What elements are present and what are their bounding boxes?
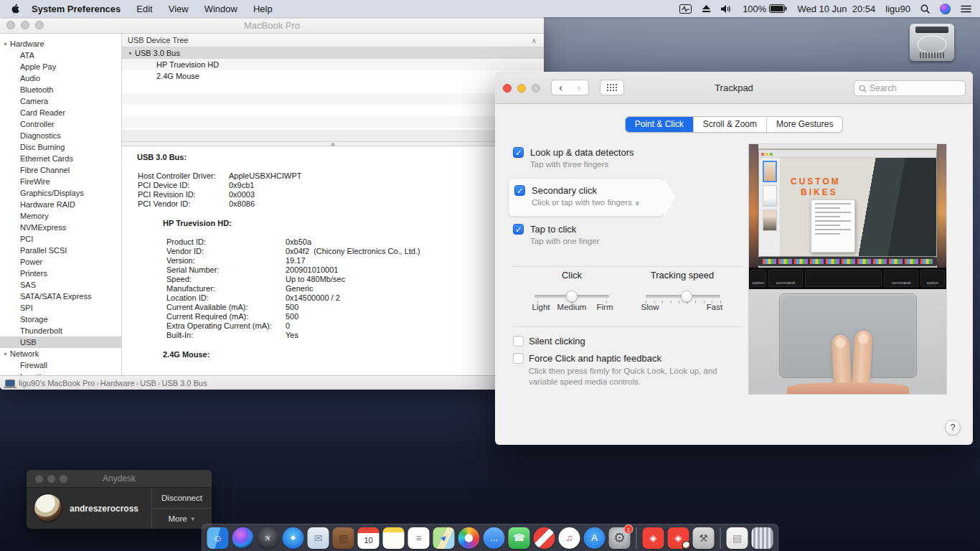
sidebar-item-storage[interactable]: Storage [0, 314, 121, 325]
trackpad-toolbar[interactable]: ‹ › Trackpad [495, 72, 973, 104]
slider-thumb[interactable] [566, 291, 578, 302]
sidebar-item-usb[interactable]: USB [0, 336, 121, 348]
dock-icon-news[interactable] [534, 527, 555, 549]
gesture-option-tap-to-click[interactable]: Tap to clickTap with one finger [513, 224, 600, 247]
dock-icon-system-preferences[interactable]: ⚙1 [609, 527, 631, 549]
gesture-subtitle[interactable]: Click or tap with two fingers∨ [532, 197, 640, 209]
pane-splitter[interactable] [122, 141, 544, 146]
back-button[interactable]: ‹ [551, 80, 570, 95]
disconnect-button[interactable]: Disconnect [152, 488, 212, 508]
sidebar-item-graphics-displays[interactable]: Graphics/Displays [0, 187, 121, 199]
breadcrumb-part[interactable]: Hardware [100, 379, 135, 387]
sidebar-item-controller[interactable]: Controller [0, 118, 121, 130]
dock-icon-maps[interactable]: ▶ [433, 527, 455, 549]
sidebar-item-audio[interactable]: Audio [0, 72, 121, 84]
zoom-button[interactable] [532, 84, 540, 93]
dock-icon-calendar[interactable]: 10 [358, 527, 380, 549]
gesture-option-look-up-data-detectors[interactable]: Look up & data detectorsTap with three f… [513, 147, 634, 170]
volume-icon[interactable] [721, 4, 732, 14]
desktop-hard-disk-icon[interactable] [910, 24, 954, 61]
breadcrumb-part[interactable]: ligu90’s MacBook Pro [19, 379, 95, 387]
tree-row-hp-truevision-hd[interactable]: HP Truevision HD [122, 59, 544, 70]
sidebar-item-nvmexpress[interactable]: NVMExpress [0, 222, 121, 233]
dock-icon-safari[interactable]: ◆ [283, 527, 304, 549]
battery-indicator[interactable]: 100% [743, 4, 787, 14]
sidebar-item-power[interactable]: Power [0, 256, 121, 268]
spotlight-icon[interactable] [920, 4, 930, 14]
dock-icon-messages[interactable]: … [484, 527, 505, 549]
activity-monitor-icon[interactable] [679, 4, 692, 14]
sidebar-item-thunderbolt[interactable]: Thunderbolt [0, 325, 121, 336]
search-field[interactable] [854, 80, 966, 96]
sidebar-item-pci[interactable]: PCI [0, 233, 121, 245]
sidebar-item-sas[interactable]: SAS [0, 279, 121, 291]
menubar-user[interactable]: ligu90 [885, 4, 910, 14]
dock-icon-anydesk[interactable]: ◈ [643, 527, 664, 549]
gesture-option-secondary-click[interactable]: Secondary clickClick or tap with two fin… [514, 185, 640, 209]
dock-icon-trash[interactable] [752, 527, 773, 549]
disclosure-triangle-icon[interactable]: ▼ [3, 42, 8, 47]
tree-row-2-4g-mouse[interactable]: 2.4G Mouse [122, 70, 544, 82]
dock-icon-itunes[interactable]: ♫ [559, 527, 580, 549]
sidebar-item-ethernet-cards[interactable]: Ethernet Cards [0, 153, 121, 164]
sidebar-item-firewire[interactable]: FireWire [0, 176, 121, 187]
dock-icon-facetime[interactable]: ☎ [509, 527, 530, 549]
anydesk-titlebar[interactable]: Anydesk [27, 470, 212, 488]
dock-icon-archive-utility[interactable]: ⚒ [693, 527, 715, 549]
force-click-checkbox[interactable] [513, 353, 524, 364]
silent-clicking-option[interactable]: Silent clicking [513, 336, 585, 347]
silent-clicking-checkbox[interactable] [513, 336, 524, 347]
tab-point-click[interactable]: Point & Click [626, 117, 694, 132]
dock-icon-anydesk-session[interactable]: ◈ [668, 527, 689, 549]
dock-icon-contacts[interactable]: ▤ [333, 527, 354, 549]
dock-icon-mail[interactable]: ✉ [308, 527, 329, 549]
dock-icon-app-store[interactable]: A [584, 527, 606, 549]
menu-edit[interactable]: Edit [136, 4, 152, 14]
minimize-button[interactable] [517, 84, 526, 93]
sidebar-item-spi[interactable]: SPI [0, 302, 121, 314]
help-button[interactable]: ? [945, 420, 961, 435]
notification-center-icon[interactable] [961, 5, 971, 13]
sidebar-item-ata[interactable]: ATA [0, 50, 121, 61]
force-click-option[interactable]: Force Click and haptic feedback [513, 353, 661, 364]
disclosure-triangle-icon[interactable]: ▼ [3, 352, 8, 357]
collapse-chevron-icon[interactable]: ∧ [532, 34, 537, 47]
dock-icon-textedit-document[interactable]: ▤ [727, 527, 748, 549]
sidebar-item-diagnostics[interactable]: Diagnostics [0, 130, 121, 141]
tab-more-gestures[interactable]: More Gestures [767, 117, 842, 132]
sidebar-item-hardware-raid[interactable]: Hardware RAID [0, 199, 121, 210]
sidebar-section-network[interactable]: ▼Network [0, 348, 121, 359]
breadcrumb-part[interactable]: USB [140, 379, 156, 387]
tree-row-usb-3-0-bus[interactable]: ▼USB 3.0 Bus [122, 47, 544, 59]
sidebar-item-parallel-scsi[interactable]: Parallel SCSI [0, 245, 121, 256]
dock-icon-photos[interactable] [458, 527, 480, 549]
show-all-button[interactable] [600, 80, 624, 95]
sidebar-item-disc-burning[interactable]: Disc Burning [0, 141, 121, 153]
dock-icon-notes[interactable] [383, 527, 405, 549]
dock-icon-launchpad[interactable]: ✈ [258, 527, 279, 549]
chevron-down-icon[interactable]: ∨ [635, 199, 640, 207]
menu-help[interactable]: Help [253, 4, 273, 14]
sidebar-item-camera[interactable]: Camera [0, 95, 121, 107]
menu-view[interactable]: View [169, 4, 189, 14]
disclosure-triangle-icon[interactable]: ▼ [128, 51, 133, 56]
sidebar-item-printers[interactable]: Printers [0, 268, 121, 279]
menu-window[interactable]: Window [204, 4, 237, 14]
apple-menu-icon[interactable] [10, 3, 20, 14]
sidebar-item-fibre-channel[interactable]: Fibre Channel [0, 164, 121, 176]
breadcrumb-part[interactable]: USB 3.0 Bus [162, 379, 207, 387]
active-app-menu[interactable]: System Preferences [32, 4, 121, 14]
slider-thumb[interactable] [681, 291, 692, 302]
click-pressure-slider[interactable] [534, 291, 609, 302]
eject-icon[interactable] [702, 4, 711, 13]
search-input[interactable] [870, 83, 948, 93]
gesture-checkbox[interactable] [514, 185, 525, 196]
usb-device-tree-header[interactable]: USB Device Tree ∧ [122, 34, 544, 47]
siri-icon[interactable] [940, 4, 951, 14]
sidebar-item-bluetooth[interactable]: Bluetooth [0, 84, 121, 95]
gesture-checkbox[interactable] [513, 224, 524, 235]
sidebar-item-sata-sata-express[interactable]: SATA/SATA Express [0, 291, 121, 302]
forward-button[interactable]: › [570, 80, 589, 95]
close-button[interactable] [503, 84, 512, 93]
sidebar-item-firewall[interactable]: Firewall [0, 359, 121, 371]
